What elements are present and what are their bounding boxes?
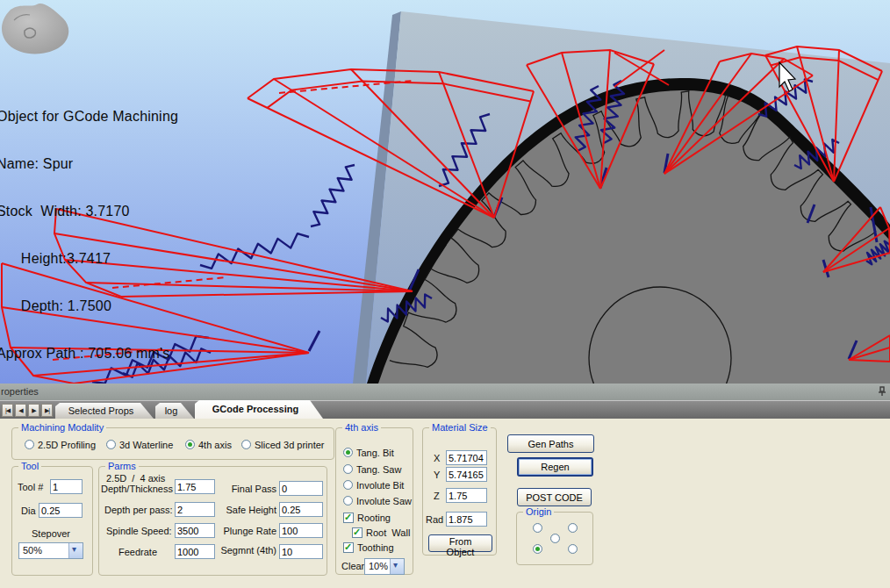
origin-radio-top-left[interactable] bbox=[533, 523, 542, 533]
clear-dropdown-arrow-icon[interactable] bbox=[390, 559, 404, 574]
material-y-label: Y bbox=[434, 470, 440, 480]
stepover-dropdown-arrow-icon[interactable] bbox=[68, 543, 83, 558]
tab-gcode-processing[interactable]: GCode Processing bbox=[195, 400, 323, 419]
radio-3d-waterline[interactable] bbox=[106, 440, 116, 449]
stepover-label: Stepover bbox=[32, 528, 70, 539]
origin-radio-bottom-right[interactable] bbox=[568, 544, 578, 554]
tab-nav-next-icon[interactable]: ▶ bbox=[28, 404, 39, 417]
origin-radio-top-right[interactable] bbox=[568, 523, 578, 533]
fourth-axis-group-title: 4th axis bbox=[342, 422, 381, 433]
plunge-rate-field[interactable] bbox=[279, 523, 323, 538]
radio-involute-bit[interactable] bbox=[343, 480, 353, 490]
material-z-field[interactable] bbox=[446, 488, 487, 503]
final-pass-label: Final Pass bbox=[222, 484, 276, 494]
radio-sliced-3d-printer-label: Sliced 3d printer bbox=[255, 440, 325, 450]
dia-field[interactable] bbox=[39, 503, 83, 518]
depth-thickness-label-line1: 2.5D / 4 axis bbox=[106, 473, 165, 484]
checkbox-rooting[interactable] bbox=[343, 513, 354, 523]
checkbox-rooting-label: Rooting bbox=[357, 513, 391, 523]
origin-radio-center[interactable] bbox=[550, 534, 560, 543]
tab-strip: |◀ ◀ ▶ ▶| Selected Props log GCode Proce… bbox=[0, 400, 890, 419]
radio-3d-waterline-label: 3d Waterline bbox=[119, 440, 173, 450]
machining-modality-title: Machining Modality bbox=[18, 422, 106, 433]
radio-tang-saw[interactable] bbox=[343, 464, 353, 474]
segment-4th-field[interactable] bbox=[279, 544, 323, 559]
dia-label: Dia bbox=[21, 506, 36, 516]
radio-sliced-3d-printer[interactable] bbox=[241, 440, 251, 449]
gcode-processing-panel: Machining Modality 2.5D Profiling 3d Wat… bbox=[0, 419, 890, 588]
clear-select[interactable]: 10% bbox=[364, 558, 405, 575]
regen-button[interactable]: Regen bbox=[517, 457, 593, 477]
spindle-speed-label: Spindle Speed: bbox=[106, 526, 172, 536]
machining-info-overlay: Object for GCode Machining Name: Spur St… bbox=[0, 77, 178, 384]
fourth-axis-group: 4th axis Tang. Bit Tang. Saw Involute Bi… bbox=[335, 427, 413, 575]
post-code-button[interactable]: POST CODE bbox=[517, 488, 592, 506]
origin-group-title: Origin bbox=[523, 506, 554, 517]
radio-4th-axis-label: 4th axis bbox=[198, 440, 232, 450]
overlay-line: Depth: 1.7500 bbox=[0, 298, 178, 314]
tab-nav-first-icon[interactable]: |◀ bbox=[2, 404, 13, 417]
depth-thickness-label-line2: Depth/Thickness bbox=[101, 484, 173, 494]
parms-group: Parms 2.5D / 4 axis Depth/Thickness Dept… bbox=[98, 466, 327, 576]
stepover-value: 50% bbox=[23, 545, 42, 556]
gen-paths-button[interactable]: Gen Paths bbox=[507, 434, 594, 453]
radio-tang-bit-label: Tang. Bit bbox=[356, 448, 394, 458]
checkbox-root-wall-label: Root Wall bbox=[366, 527, 410, 538]
radio-involute-saw-label: Involute Saw bbox=[356, 496, 412, 506]
overlay-line: Object for GCode Machining bbox=[0, 109, 178, 125]
segment-4th-label: Segmnt (4th) bbox=[217, 545, 276, 556]
tab-selected-props[interactable]: Selected Props bbox=[55, 403, 154, 419]
tool-group: Tool Tool # Dia Stepover 50% bbox=[11, 466, 93, 576]
viewport-3d[interactable]: Object for GCode Machining Name: Spur St… bbox=[0, 0, 890, 384]
checkbox-toothing[interactable] bbox=[343, 542, 354, 553]
radio-involute-saw[interactable] bbox=[343, 496, 353, 506]
depth-per-pass-label: Depth per pass: bbox=[104, 505, 173, 515]
feedrate-field[interactable] bbox=[175, 544, 215, 559]
safe-height-field[interactable] bbox=[279, 502, 323, 517]
checkbox-root-wall[interactable] bbox=[352, 527, 362, 538]
radio-tang-bit[interactable] bbox=[343, 448, 353, 457]
clear-label: Clear bbox=[341, 561, 364, 571]
checkbox-toothing-label: Toothing bbox=[357, 542, 394, 553]
stepover-select[interactable]: 50% bbox=[18, 542, 83, 559]
overlay-line: Name: Spur bbox=[0, 156, 178, 172]
safe-height-label: Safe Height bbox=[222, 505, 276, 515]
final-pass-field[interactable] bbox=[279, 481, 323, 496]
feedrate-label: Feedrate bbox=[118, 547, 157, 557]
material-y-field[interactable] bbox=[446, 467, 487, 482]
origin-radio-bottom-left[interactable] bbox=[533, 544, 542, 554]
properties-titlebar: roperties bbox=[0, 384, 890, 400]
material-size-group-title: Material Size bbox=[429, 422, 491, 433]
radio-4th-axis[interactable] bbox=[185, 440, 195, 449]
material-rad-label: Rad bbox=[426, 514, 443, 525]
depth-per-pass-field[interactable] bbox=[175, 502, 215, 517]
tool-number-label: Tool # bbox=[18, 482, 43, 492]
radio-involute-bit-label: Involute Bit bbox=[356, 480, 404, 491]
tab-nav-prev-icon[interactable]: ◀ bbox=[15, 404, 26, 417]
radio-tang-saw-label: Tang. Saw bbox=[356, 464, 401, 475]
properties-title: roperties bbox=[1, 384, 39, 400]
spindle-speed-field[interactable] bbox=[175, 523, 215, 538]
gcode-machining-app: Object for GCode Machining Name: Spur St… bbox=[0, 0, 890, 588]
from-object-button[interactable]: From Object bbox=[428, 534, 492, 552]
plunge-rate-label: Plunge Rate bbox=[222, 526, 276, 536]
overlay-line: Height:3.7417 bbox=[0, 251, 178, 267]
parms-group-title: Parms bbox=[105, 461, 139, 471]
pin-icon[interactable] bbox=[878, 386, 887, 397]
material-x-field[interactable] bbox=[446, 450, 487, 465]
machining-modality-group: Machining Modality 2.5D Profiling 3d Wat… bbox=[11, 427, 334, 460]
tab-log[interactable]: log bbox=[155, 403, 194, 419]
depth-thickness-field[interactable] bbox=[175, 479, 215, 494]
overlay-line: Approx Path : 705.06 mm's bbox=[0, 346, 178, 362]
tab-nav-last-icon[interactable]: ▶| bbox=[41, 404, 53, 417]
origin-group: Origin bbox=[516, 512, 593, 565]
material-x-label: X bbox=[434, 453, 440, 463]
material-rad-field[interactable] bbox=[446, 512, 487, 527]
tool-number-field[interactable] bbox=[50, 479, 83, 494]
radio-25d-profiling[interactable] bbox=[25, 440, 34, 449]
overlay-line: Stock Width: 3.7170 bbox=[0, 204, 178, 219]
radio-25d-profiling-label: 2.5D Profiling bbox=[38, 440, 96, 450]
material-size-group: Material Size X Y Z Rad From Object bbox=[422, 427, 497, 556]
tool-group-title: Tool bbox=[18, 461, 41, 471]
material-z-label: Z bbox=[434, 491, 440, 501]
